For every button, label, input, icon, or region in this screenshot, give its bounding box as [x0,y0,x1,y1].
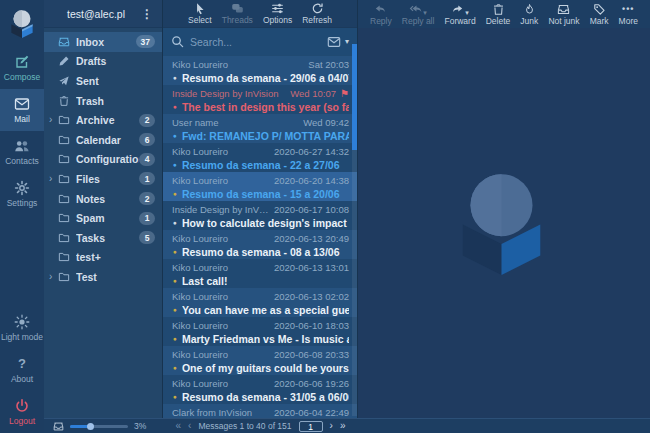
message-date: 2020-06-06 19:26 [274,378,349,389]
page-number-input[interactable]: 1 [299,421,323,432]
message-sender: Kiko Loureiro [172,378,270,389]
forward-button[interactable]: ▾ Forward [444,2,475,26]
message-meta: Kiko Loureiro2020-06-13 02:02 [172,290,349,303]
message-row[interactable]: Kiko Loureiro2020-06-13 02:02●You can ha… [163,288,357,317]
folder-icon [58,271,70,283]
folder-item-test[interactable]: test+ [44,248,162,268]
folder-menu-kebab-icon[interactable]: ⋮ [138,7,156,21]
folder-label: Notes [76,193,139,205]
message-subject: Last call! [182,275,228,287]
folder-icon [58,114,70,126]
expand-caret-icon[interactable]: › [49,115,58,125]
more-button[interactable]: ••• More [619,2,638,26]
message-subject: Resumo da semana - 29/06 a 04/07 [182,72,349,84]
chevron-down-icon: ▾ [345,38,349,46]
expand-caret-icon[interactable]: › [49,272,58,282]
pagination: « ‹ Messages 1 to 40 of 151 1 › » [163,421,358,432]
folder-icon [58,251,70,263]
select-cursor-icon [193,2,206,15]
page-size-slider[interactable] [70,425,128,428]
message-meta: Kiko LoureiroSat 20:03 [172,58,349,71]
reply-all-button[interactable]: ▾ Reply all [402,2,435,26]
select-button[interactable]: Select [188,1,212,25]
message-date: 2020-06-10 18:03 [274,320,349,331]
sidebar-item-logout[interactable]: Logout [0,391,44,433]
scrollbar-thumb[interactable] [352,44,357,150]
folder-item-sent[interactable]: Sent [44,71,162,91]
options-button[interactable]: Options [263,1,292,25]
folder-item-configuration[interactable]: Configuration4 [44,150,162,170]
message-subject-line: ●Resumo da semana - 29/06 a 04/07 [172,71,349,85]
prev-page-button[interactable]: ‹ [188,421,191,431]
refresh-button[interactable]: Refresh [302,1,332,25]
next-page-button[interactable]: › [330,421,333,431]
slider-knob[interactable] [87,423,94,430]
message-row[interactable]: Kiko Loureiro2020-06-08 20:33●One of my … [163,346,357,375]
expand-caret-icon[interactable]: › [49,174,58,184]
first-page-button[interactable]: « [176,421,182,431]
message-row[interactable]: Inside Design by InVisionWed 10:07⚑●The … [163,85,357,114]
sidebar-item-about[interactable]: ? About [0,349,44,391]
message-row[interactable]: Kiko Loureiro2020-06-27 14:32●Resumo da … [163,143,357,172]
trash-icon [492,3,505,16]
message-list: Kiko LoureiroSat 20:03●Resumo da semana … [163,56,357,418]
message-row[interactable]: Kiko Loureiro2020-06-20 14:38●Resumo da … [163,172,357,201]
message-row[interactable]: Kiko Loureiro2020-06-13 13:01●Last call! [163,259,357,288]
folder-item-drafts[interactable]: Drafts [44,52,162,72]
message-row[interactable]: Kiko Loureiro2020-06-10 18:03●Marty Frie… [163,317,357,346]
message-meta: Inside Design by InVisionWed 10:07⚑ [172,87,349,100]
inbox-tray-icon [53,421,64,432]
folder-label: Archive [76,114,139,126]
status-bar: 3% « ‹ Messages 1 to 40 of 151 1 › » [44,418,650,433]
folder-item-tasks[interactable]: Tasks5 [44,228,162,248]
toolbar-label: Refresh [302,15,332,25]
mark-button[interactable]: Mark [590,2,609,26]
message-row[interactable]: Kiko Loureiro2020-06-06 19:26●Resumo da … [163,375,357,404]
message-row[interactable]: Kiko Loureiro2020-06-13 20:49●Resumo da … [163,230,357,259]
delete-button[interactable]: Delete [486,2,511,26]
folder-item-spam[interactable]: Spam1 [44,208,162,228]
threads-button[interactable]: Threads [222,1,253,25]
folder-item-test[interactable]: ›Test [44,267,162,287]
webmail-app: Compose Mail Contacts [0,0,650,433]
last-page-button[interactable]: » [340,421,346,431]
toolbar-label: Select [188,15,212,25]
app-logo [0,0,44,47]
sidebar-item-mail[interactable]: Mail [0,89,44,131]
list-scrollbar[interactable] [352,44,357,416]
threads-icon [231,2,244,15]
message-row[interactable]: Inside Design by InVision2020-06-17 10:0… [163,201,357,230]
toolbar-label: Mark [590,16,609,26]
folder-item-inbox[interactable]: Inbox37 [44,32,162,52]
message-row[interactable]: User nameWed 09:42●Fwd: REMANEJO P/ MOTT… [163,114,357,143]
forward-icon [451,3,464,16]
sidebar-item-settings[interactable]: Settings [0,173,44,215]
unread-count-badge: 2 [139,114,155,127]
message-row[interactable]: Kiko LoureiroSat 20:03●Resumo da semana … [163,56,357,85]
message-toolbar: Reply ▾ Reply all ▾ Forward Delete [358,0,650,28]
sidebar-item-label: Compose [4,72,40,82]
sidebar-item-label: Mail [14,114,30,124]
message-row[interactable]: Clark from InVision2020-06-04 22:49 [163,404,357,418]
account-email: test@alec.pl [54,8,138,20]
message-subject-line: ●One of my guitars could be yours ... [172,361,349,375]
folder-item-trash[interactable]: Trash [44,91,162,111]
flame-icon [523,3,536,16]
junk-button[interactable]: Junk [520,2,538,26]
unread-bullet-icon: ● [173,220,177,227]
folder-item-calendar[interactable]: Calendar6 [44,130,162,150]
search-scope-selector[interactable]: ▾ [327,35,349,49]
sidebar-item-contacts[interactable]: Contacts [0,131,44,173]
not-junk-button[interactable]: Not junk [548,2,579,26]
search-input[interactable] [190,36,327,48]
message-date: 2020-06-08 20:33 [274,349,349,360]
folder-item-files[interactable]: ›Files1 [44,169,162,189]
toolbar-label: Options [263,15,292,25]
sidebar-item-light-mode[interactable]: Light mode [0,307,44,349]
folder-item-notes[interactable]: Notes2 [44,189,162,209]
folder-item-archive[interactable]: ›Archive2 [44,110,162,130]
sidebar-item-compose[interactable]: Compose [0,47,44,89]
folder-label: Calendar [76,134,139,146]
reply-button[interactable]: Reply [370,2,392,26]
reading-pane: Reply ▾ Reply all ▾ Forward Delete [358,0,650,418]
